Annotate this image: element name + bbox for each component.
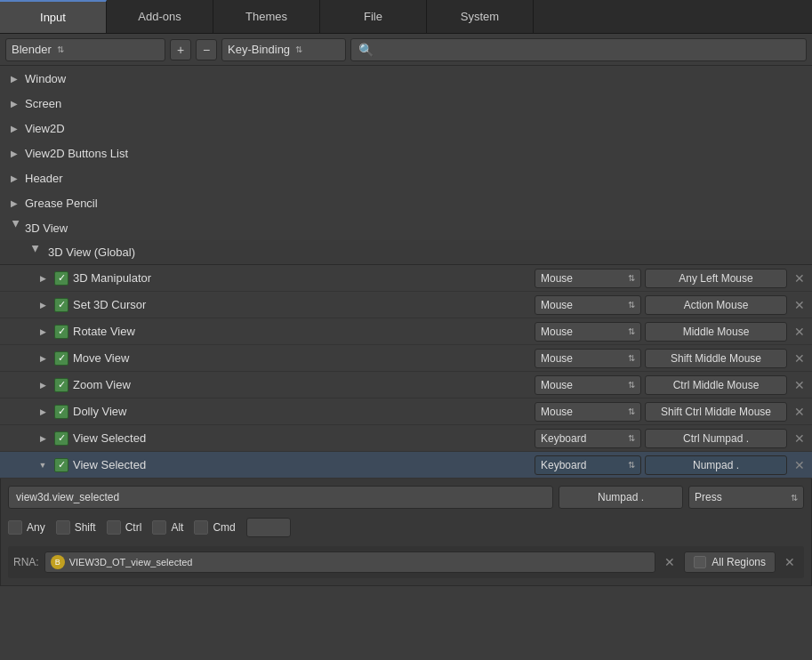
tree-item-view2d-buttons[interactable]: ▶ View2D Buttons List [0, 141, 812, 165]
dolly-type[interactable]: Mouse ⇅ [535, 402, 641, 422]
shift-checkbox[interactable] [56, 520, 70, 535]
binding-row-dolly-view: ▶ ✓ Dolly View Mouse ⇅ Shift Ctrl Middle… [0, 398, 812, 425]
grease-pencil-arrow: ▶ [7, 196, 21, 210]
view-selected-name-collapsed: View Selected [73, 431, 535, 445]
move-key[interactable]: Shift Middle Mouse [645, 349, 787, 368]
dolly-expand-arrow[interactable]: ▶ [36, 405, 50, 419]
manipulator-type[interactable]: Mouse ⇅ [535, 269, 641, 288]
modifier-extra-field[interactable] [246, 518, 291, 537]
rotate-key[interactable]: Middle Mouse [645, 322, 787, 342]
move-name: Move View [73, 351, 535, 365]
header-arrow: ▶ [7, 171, 21, 185]
view-selected-checkbox-collapsed[interactable]: ✓ [54, 431, 68, 446]
move-expand-arrow[interactable]: ▶ [36, 351, 50, 366]
alt-checkbox[interactable] [152, 520, 166, 535]
zoom-expand-arrow[interactable]: ▶ [36, 378, 50, 392]
tab-addons[interactable]: Add-ons [107, 0, 213, 33]
view-selected-delete[interactable]: ✕ [791, 456, 808, 474]
rotate-checkbox[interactable]: ✓ [54, 325, 68, 339]
cursor-key[interactable]: Action Mouse [645, 295, 787, 315]
tab-file[interactable]: File [320, 0, 427, 33]
detail-row-operator: view3d.view_selected Numpad . Press ⇅ [8, 486, 804, 509]
view-selected-delete-collapsed[interactable]: ✕ [791, 430, 808, 447]
dolly-checkbox[interactable]: ✓ [54, 405, 68, 419]
zoom-type[interactable]: Mouse ⇅ [535, 375, 641, 395]
section-3dview-global[interactable]: ▶ 3D View (Global) [0, 240, 812, 265]
ctrl-checkbox[interactable] [107, 520, 121, 535]
preset-arrow: ⇅ [57, 44, 64, 54]
view-selected-expand-arrow[interactable]: ▶ [36, 431, 50, 446]
view-selected-name: View Selected [73, 458, 535, 471]
cursor-expand-arrow[interactable]: ▶ [36, 298, 50, 312]
view-selected-checkbox[interactable]: ✓ [54, 458, 68, 472]
view-selected-expanded-arrow[interactable]: ▼ [36, 458, 50, 472]
zoom-key[interactable]: Ctrl Middle Mouse [645, 375, 787, 395]
search-input[interactable] [378, 43, 799, 56]
modifier-ctrl: Ctrl [107, 520, 142, 535]
manipulator-expand-arrow[interactable]: ▶ [36, 271, 50, 286]
view-selected-key-collapsed[interactable]: Ctrl Numpad . [645, 429, 787, 448]
rna-text: VIEW3D_OT_view_selected [69, 557, 193, 567]
all-regions-toggle[interactable]: All Regions [684, 551, 776, 573]
ctrl-label: Ctrl [125, 521, 142, 534]
mode-arrow: ⇅ [295, 44, 302, 54]
dolly-key[interactable]: Shift Ctrl Middle Mouse [645, 402, 787, 422]
rotate-name: Rotate View [73, 325, 535, 338]
detail-row-rna: RNA: B VIEW3D_OT_view_selected ✕ All Reg… [8, 546, 804, 578]
global-arrow: ▶ [27, 245, 41, 260]
binding-row-move-view: ▶ ✓ Move View Mouse ⇅ Shift Middle Mouse… [0, 345, 812, 372]
alt-label: Alt [171, 521, 183, 534]
preset-label: Blender [12, 43, 52, 56]
rna-icon: B [51, 555, 65, 569]
rna-close-button[interactable]: ✕ [661, 553, 679, 571]
tree-item-view2d[interactable]: ▶ View2D [0, 116, 812, 141]
manipulator-key[interactable]: Any Left Mouse [645, 269, 787, 288]
tree-item-grease-pencil[interactable]: ▶ Grease Pencil [0, 190, 812, 215]
tree-item-3dview[interactable]: ▶ 3D View [0, 215, 812, 240]
tab-themes[interactable]: Themes [213, 0, 320, 33]
zoom-name: Zoom View [73, 378, 535, 391]
panel-close-button[interactable]: ✕ [781, 553, 799, 571]
move-checkbox[interactable]: ✓ [54, 351, 68, 366]
all-regions-checkbox[interactable] [694, 556, 706, 568]
manipulator-checkbox[interactable]: ✓ [54, 271, 68, 286]
tab-input[interactable]: Input [0, 0, 107, 33]
cursor-delete[interactable]: ✕ [791, 296, 808, 314]
view-selected-type[interactable]: Keyboard ⇅ [535, 455, 641, 475]
cursor-type[interactable]: Mouse ⇅ [535, 295, 641, 315]
detail-key-field[interactable]: Numpad . [559, 486, 683, 509]
cursor-checkbox[interactable]: ✓ [54, 298, 68, 312]
manipulator-delete[interactable]: ✕ [791, 270, 808, 287]
cmd-checkbox[interactable] [194, 520, 208, 535]
zoom-checkbox[interactable]: ✓ [54, 378, 68, 392]
detail-mode-dropdown[interactable]: Press ⇅ [688, 486, 804, 509]
move-delete[interactable]: ✕ [791, 350, 808, 367]
tree-item-window[interactable]: ▶ Window [0, 66, 812, 91]
dolly-delete[interactable]: ✕ [791, 403, 808, 421]
modifier-any: Any [8, 520, 45, 535]
tree-item-screen[interactable]: ▶ Screen [0, 91, 812, 116]
cursor-name: Set 3D Cursor [73, 298, 535, 311]
view-selected-key[interactable]: Numpad . [645, 455, 787, 475]
preset-dropdown[interactable]: Blender ⇅ [5, 38, 165, 61]
tab-bar: Input Add-ons Themes File System [0, 0, 812, 34]
content-area: ▶ Window ▶ Screen ▶ View2D ▶ View2D Butt… [0, 66, 812, 660]
rna-value-field[interactable]: B VIEW3D_OT_view_selected [44, 551, 656, 573]
view-selected-type-collapsed[interactable]: Keyboard ⇅ [535, 429, 641, 448]
add-button[interactable]: + [170, 39, 191, 60]
window-arrow: ▶ [7, 71, 21, 85]
search-bar[interactable]: 🔍 [350, 38, 807, 61]
move-type[interactable]: Mouse ⇅ [535, 349, 641, 368]
modifier-cmd: Cmd [194, 520, 235, 535]
remove-button[interactable]: − [196, 39, 217, 60]
tree-item-header[interactable]: ▶ Header [0, 165, 812, 190]
rotate-delete[interactable]: ✕ [791, 323, 808, 341]
mode-dropdown[interactable]: Key-Binding ⇅ [221, 38, 346, 61]
any-checkbox[interactable] [8, 520, 22, 535]
tab-system[interactable]: System [427, 0, 534, 33]
zoom-delete[interactable]: ✕ [791, 376, 808, 394]
rotate-type[interactable]: Mouse ⇅ [535, 322, 641, 342]
operator-field[interactable]: view3d.view_selected [8, 486, 553, 509]
rotate-expand-arrow[interactable]: ▶ [36, 325, 50, 339]
binding-row-3d-manipulator: ▶ ✓ 3D Manipulator Mouse ⇅ Any Left Mous… [0, 265, 812, 292]
